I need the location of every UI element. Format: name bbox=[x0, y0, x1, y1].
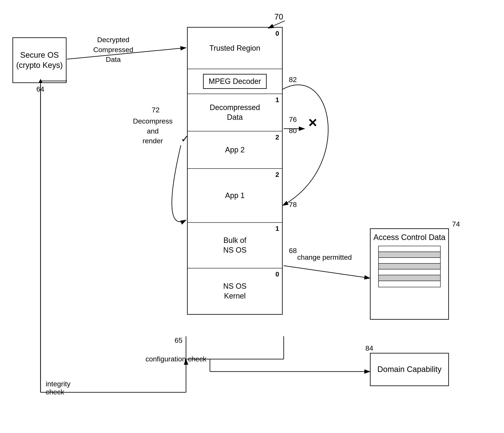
ref-78: 78 bbox=[289, 200, 297, 209]
stack-row-app1: App 1 2 bbox=[188, 169, 282, 223]
access-control-table bbox=[378, 246, 441, 287]
stack-container: Trusted Region 0 MPEG Decoder Decompress… bbox=[187, 27, 283, 315]
diagram: Secure OS(crypto Keys) 64 Trusted Region… bbox=[0, 0, 504, 433]
domain-capability-box: Domain Capability bbox=[370, 353, 449, 386]
mpeg-decoder-box: MPEG Decoder bbox=[203, 74, 267, 89]
ns-os-bulk-label: Bulk ofNS OS bbox=[215, 232, 255, 259]
stack-row-ns-os-kernel: NS OSKernel 0 bbox=[188, 268, 282, 314]
stack-row-mpeg: MPEG Decoder bbox=[188, 69, 282, 94]
app1-label: App 1 bbox=[217, 187, 253, 205]
app2-number: 2 bbox=[275, 133, 279, 141]
ref-74: 74 bbox=[452, 220, 460, 228]
domain-capability-label: Domain Capability bbox=[378, 364, 441, 374]
integrity-check-label: integritycheck bbox=[46, 380, 71, 396]
stack-row-trusted-region: Trusted Region 0 bbox=[188, 28, 282, 69]
ref-64: 64 bbox=[36, 85, 44, 93]
decompress-render-label: Decompressandrender bbox=[129, 116, 177, 146]
ref-84: 84 bbox=[365, 344, 373, 352]
ref-72: 72 bbox=[152, 106, 160, 114]
ref-80: 80 bbox=[289, 127, 297, 135]
trusted-region-number: 0 bbox=[275, 30, 279, 37]
ref-76: 76 bbox=[289, 115, 297, 123]
stack-row-app2: App 2 2 bbox=[188, 131, 282, 169]
ref-68: 68 bbox=[289, 247, 297, 255]
secure-os-label: Secure OS(crypto Keys) bbox=[16, 50, 63, 70]
access-control-label: Access Control Data bbox=[373, 232, 445, 242]
stack-row-decompressed: DecompressedData 1 bbox=[188, 94, 282, 131]
access-control-box: Access Control Data bbox=[370, 228, 449, 320]
stack-row-ns-os-bulk: Bulk ofNS OS 1 bbox=[188, 223, 282, 268]
decompressed-data-number: 1 bbox=[275, 96, 279, 104]
decompressed-data-label: DecompressedData bbox=[201, 99, 268, 126]
svg-line-3 bbox=[284, 266, 370, 278]
app2-label: App 2 bbox=[217, 141, 253, 159]
configuration-check-label: configuration check bbox=[145, 355, 206, 363]
change-permitted-label: change permitted bbox=[297, 253, 352, 261]
cross-icon: ✕ bbox=[308, 116, 317, 130]
ns-os-bulk-number: 1 bbox=[275, 225, 279, 233]
checkmark-icon: ✓ bbox=[181, 133, 189, 145]
ns-os-kernel-label: NS OSKernel bbox=[215, 277, 255, 305]
ref-82: 82 bbox=[289, 76, 297, 84]
app1-number: 2 bbox=[275, 171, 279, 179]
ref-70: 70 bbox=[274, 12, 283, 21]
decrypted-compressed-label: DecryptedCompressed Data bbox=[87, 35, 139, 65]
trusted-region-label: Trusted Region bbox=[201, 39, 269, 57]
secure-os-box: Secure OS(crypto Keys) bbox=[12, 37, 66, 83]
ref-65: 65 bbox=[175, 336, 182, 344]
ns-os-kernel-number: 0 bbox=[275, 270, 279, 278]
